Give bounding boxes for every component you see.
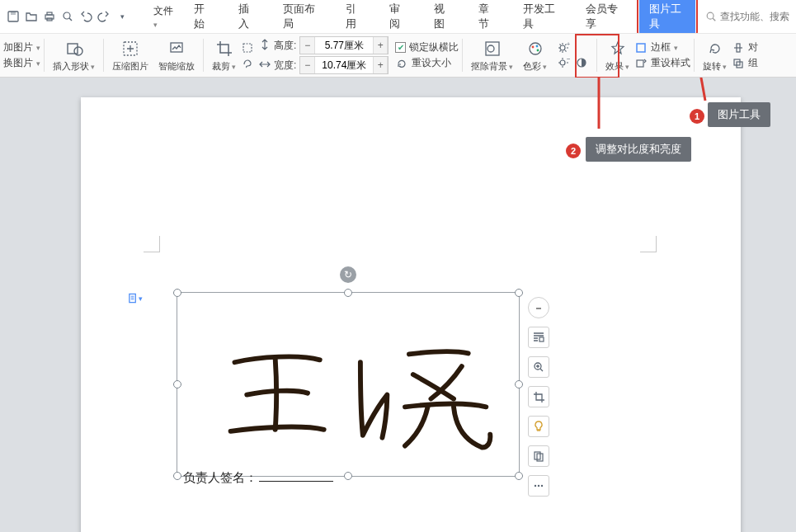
qa-more-icon[interactable]: ▾	[114, 8, 130, 25]
signature-label-line: 负责人签名：	[183, 470, 333, 486]
resize-handle-br[interactable]	[515, 472, 523, 480]
document-canvas[interactable]: ▾ ↻ 负责人签名：	[0, 78, 796, 532]
brightness-decrease[interactable]: −	[557, 56, 570, 69]
effects-icon	[607, 38, 629, 59]
crop-free[interactable]	[241, 56, 254, 69]
compress-icon	[120, 38, 141, 59]
selected-image[interactable]: ↻	[177, 292, 520, 477]
height-spinner[interactable]: − +	[299, 36, 389, 54]
print-icon[interactable]	[41, 8, 58, 25]
resize-handle-tl[interactable]	[173, 289, 181, 297]
main-tabs: 文件 ▾ 开始 插入 页面布局 引用 审阅 视图 章节 开发工具 会员专享 图片…	[153, 0, 695, 36]
tab-view[interactable]: 视图	[426, 0, 460, 36]
signature-image	[210, 326, 502, 464]
height-label: 高度:	[274, 39, 296, 53]
svg-rect-23	[637, 44, 645, 52]
side-more-icon[interactable]	[528, 475, 549, 497]
side-wrap-icon[interactable]	[528, 327, 549, 348]
lock-ratio-checkbox[interactable]: ✔ 锁定纵横比	[395, 40, 459, 54]
svg-point-8	[74, 47, 82, 55]
svg-point-33	[535, 485, 536, 487]
svg-point-6	[707, 12, 714, 19]
resize-handle-r[interactable]	[515, 380, 523, 388]
crop-lasso-icon	[241, 56, 254, 69]
side-tip-icon[interactable]	[528, 416, 549, 437]
svg-point-34	[538, 485, 539, 487]
width-spinner[interactable]: − +	[299, 56, 389, 74]
resize-handle-tr[interactable]	[515, 289, 523, 297]
print-preview-icon[interactable]	[59, 8, 76, 25]
menu-file[interactable]: 文件 ▾	[153, 4, 176, 30]
compress-picture[interactable]: 压缩图片	[107, 34, 153, 77]
height-icon	[259, 39, 271, 53]
reset-size[interactable]: 重设大小	[395, 56, 451, 70]
side-zoom-icon[interactable]	[528, 356, 549, 378]
tab-chapter[interactable]: 章节	[470, 0, 505, 36]
tab-start[interactable]: 开始	[186, 0, 220, 36]
callout-tip-1: 图片工具	[708, 102, 770, 127]
reset-style[interactable]: 重设样式	[634, 56, 690, 70]
width-plus[interactable]: +	[373, 57, 388, 73]
resize-handle-bl[interactable]	[173, 472, 181, 480]
smart-resize[interactable]: 智能缩放	[153, 34, 200, 77]
paragraph-marker-icon: ▾	[128, 290, 143, 307]
crop[interactable]: 裁剪▾	[207, 34, 241, 77]
tab-picture-tools[interactable]: 图片工具	[639, 0, 695, 35]
search-box[interactable]	[705, 11, 793, 22]
callout-badge-2: 2	[566, 144, 581, 158]
tab-review[interactable]: 审阅	[381, 0, 416, 36]
contrast-adjust[interactable]	[575, 56, 588, 69]
resize-handle-l[interactable]	[173, 380, 181, 388]
tab-vip[interactable]: 会员专享	[577, 0, 630, 36]
svg-point-5	[64, 12, 70, 19]
brightness-minus-icon: −	[557, 56, 570, 69]
save-icon[interactable]	[5, 8, 21, 25]
tab-dev[interactable]: 开发工具	[515, 0, 568, 36]
tab-insert[interactable]: 插入	[230, 0, 265, 36]
side-crop-icon[interactable]	[528, 386, 549, 407]
group[interactable]: 组	[732, 56, 758, 70]
group-icon	[732, 57, 745, 70]
checkbox-icon: ✔	[395, 42, 406, 53]
tab-ref[interactable]: 引用	[337, 0, 372, 36]
color[interactable]: 色彩▾	[518, 34, 552, 77]
add-picture[interactable]: 加图片▾	[3, 40, 40, 54]
svg-point-35	[541, 485, 543, 487]
svg-rect-1	[11, 12, 16, 15]
svg-point-16	[535, 45, 538, 48]
height-plus[interactable]: +	[373, 37, 388, 54]
replace-picture[interactable]: 换图片▾	[3, 56, 40, 70]
brightness-plus-icon: +	[557, 41, 570, 54]
svg-text:−: −	[567, 56, 570, 63]
crop-shape[interactable]	[241, 41, 254, 54]
search-input[interactable]	[720, 11, 793, 22]
callout-tip-2: 调整对比度和亮度	[586, 137, 691, 162]
svg-rect-7	[68, 44, 78, 54]
resize-handle-t[interactable]	[344, 289, 352, 297]
brightness-contrast-group: + −	[552, 41, 593, 69]
remove-background[interactable]: 抠除背景▾	[466, 34, 518, 77]
svg-point-17	[536, 49, 539, 52]
brightness-increase[interactable]: +	[557, 41, 570, 54]
height-input[interactable]	[315, 40, 373, 51]
side-collapse[interactable]	[528, 297, 549, 318]
undo-icon[interactable]	[78, 8, 94, 25]
margin-corner-tl	[144, 236, 160, 252]
border[interactable]: 边框▾	[634, 40, 678, 54]
insert-shape[interactable]: 插入形状▾	[48, 34, 100, 77]
svg-rect-29	[539, 337, 544, 341]
rotate[interactable]: 旋转▾	[698, 34, 732, 77]
tab-layout[interactable]: 页面布局	[275, 0, 327, 36]
width-input[interactable]	[315, 59, 373, 71]
side-copy-icon[interactable]	[528, 445, 549, 467]
width-minus[interactable]: −	[300, 57, 315, 73]
open-icon[interactable]	[23, 8, 40, 25]
align-icon	[732, 41, 745, 54]
svg-rect-24	[637, 60, 643, 67]
rotate-handle[interactable]: ↻	[340, 266, 356, 283]
effects[interactable]: 效果▾	[601, 34, 634, 77]
align[interactable]: 对	[732, 40, 758, 54]
resize-handle-b[interactable]	[344, 472, 352, 480]
height-minus[interactable]: −	[300, 37, 315, 54]
redo-icon[interactable]	[96, 8, 112, 25]
